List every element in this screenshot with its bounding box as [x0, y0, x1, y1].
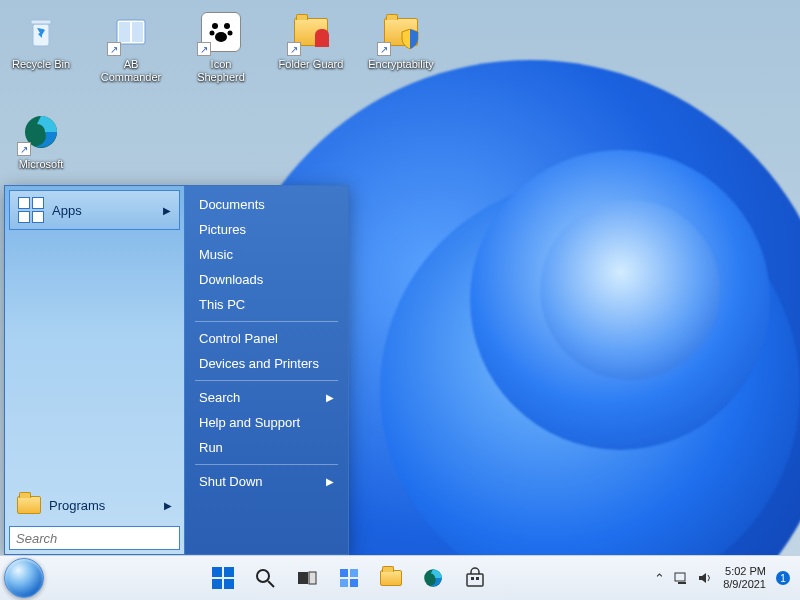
- svg-line-12: [268, 581, 274, 587]
- start-menu-item-this-pc[interactable]: This PC: [185, 292, 348, 317]
- svg-rect-16: [350, 569, 358, 577]
- taskbar-taskview-button[interactable]: [295, 566, 319, 590]
- desktop: Recycle Bin ↗ AB Commander ↗ Icon Shephe…: [0, 0, 800, 600]
- widgets-icon: [338, 567, 360, 589]
- svg-point-6: [224, 23, 230, 29]
- start-menu-item-music[interactable]: Music: [185, 242, 348, 267]
- desktop-icon-recycle-bin[interactable]: Recycle Bin: [6, 8, 76, 83]
- start-menu-item-label: Music: [199, 247, 233, 262]
- menu-separator: [195, 464, 338, 465]
- taskbar-center: [44, 566, 654, 590]
- start-menu-item-label: Search: [199, 390, 240, 405]
- store-icon: [464, 567, 486, 589]
- start-menu-apps[interactable]: Apps ▶: [9, 190, 180, 230]
- shortcut-overlay-icon: ↗: [377, 42, 391, 56]
- taskbar-store-button[interactable]: [463, 566, 487, 590]
- svg-rect-13: [298, 572, 308, 584]
- taskbar-time: 5:02 PM: [723, 565, 766, 578]
- desktop-icon-label: Folder Guard: [279, 58, 344, 71]
- start-menu-item-label: Control Panel: [199, 331, 278, 346]
- start-button[interactable]: [4, 558, 44, 598]
- start-menu-programs[interactable]: Programs ▶: [9, 490, 180, 520]
- start-menu-item-label: Devices and Printers: [199, 356, 319, 371]
- svg-point-8: [228, 31, 233, 36]
- wallpaper-shape: [540, 200, 720, 380]
- svg-rect-4: [132, 22, 143, 42]
- start-menu-item-control-panel[interactable]: Control Panel: [185, 326, 348, 351]
- desktop-icon-edge[interactable]: ↗ Microsoft: [6, 108, 76, 171]
- start-menu-item-downloads[interactable]: Downloads: [185, 267, 348, 292]
- taskbar-date: 8/9/2021: [723, 578, 766, 591]
- desktop-icon-label: AB Commander: [101, 58, 162, 83]
- svg-rect-1: [31, 20, 51, 24]
- start-menu-item-label: Run: [199, 440, 223, 455]
- volume-icon[interactable]: [697, 570, 713, 586]
- svg-rect-20: [467, 574, 483, 586]
- svg-rect-17: [340, 579, 348, 587]
- desktop-icon-icon-shepherd[interactable]: ↗ Icon Shepherd: [186, 8, 256, 83]
- start-menu-item-label: Shut Down: [199, 474, 263, 489]
- desktop-icon-label: Encryptability: [368, 58, 433, 71]
- chevron-right-icon: ▶: [163, 205, 171, 216]
- taskbar-clock[interactable]: 5:02 PM 8/9/2021: [723, 565, 766, 590]
- svg-rect-22: [476, 577, 479, 580]
- start-menu: Apps ▶ Programs ▶ 🔍 DocumentsPicturesMus…: [4, 185, 349, 555]
- svg-rect-14: [309, 572, 316, 584]
- start-menu-item-pictures[interactable]: Pictures: [185, 217, 348, 242]
- svg-point-5: [212, 23, 218, 29]
- desktop-icon-ab-commander[interactable]: ↗ AB Commander: [96, 8, 166, 83]
- svg-rect-21: [471, 577, 474, 580]
- network-icon[interactable]: [673, 570, 689, 586]
- start-menu-item-documents[interactable]: Documents: [185, 192, 348, 217]
- start-menu-item-label: Help and Support: [199, 415, 300, 430]
- start-menu-left-pane: Apps ▶ Programs ▶ 🔍: [5, 186, 185, 554]
- recycle-bin-icon: [21, 12, 61, 52]
- start-menu-item-label: Downloads: [199, 272, 263, 287]
- desktop-icon-label: Recycle Bin: [12, 58, 70, 71]
- desktop-icon-folder-guard[interactable]: ↗ Folder Guard: [276, 8, 346, 83]
- start-menu-apps-label: Apps: [52, 203, 82, 218]
- svg-rect-18: [350, 579, 358, 587]
- system-tray[interactable]: ⌃: [654, 570, 713, 586]
- shortcut-overlay-icon: ↗: [197, 42, 211, 56]
- chevron-right-icon: ▶: [326, 476, 334, 487]
- start-menu-item-run[interactable]: Run: [185, 435, 348, 460]
- apps-grid-icon: [18, 197, 44, 223]
- svg-point-9: [215, 32, 227, 42]
- notification-badge[interactable]: 1: [776, 571, 790, 585]
- menu-separator: [195, 321, 338, 322]
- windows-logo-icon: [212, 567, 234, 589]
- start-menu-item-label: Pictures: [199, 222, 246, 237]
- svg-point-7: [210, 31, 215, 36]
- shortcut-overlay-icon: ↗: [107, 42, 121, 56]
- start-menu-item-help-and-support[interactable]: Help and Support: [185, 410, 348, 435]
- start-menu-search[interactable]: 🔍: [9, 526, 180, 550]
- svg-rect-15: [340, 569, 348, 577]
- start-menu-item-label: Documents: [199, 197, 265, 212]
- start-menu-programs-label: Programs: [49, 498, 105, 513]
- start-menu-item-shut-down[interactable]: Shut Down▶: [185, 469, 348, 494]
- search-input[interactable]: [10, 531, 191, 546]
- start-menu-item-search[interactable]: Search▶: [185, 385, 348, 410]
- svg-rect-23: [675, 573, 685, 581]
- taskbar: ⌃ 5:02 PM 8/9/2021 1: [0, 555, 800, 600]
- taskbar-search-button[interactable]: [253, 566, 277, 590]
- folder-icon: [17, 496, 41, 514]
- start-menu-item-devices-and-printers[interactable]: Devices and Printers: [185, 351, 348, 376]
- desktop-icon-encryptability[interactable]: ↗ Encryptability: [366, 8, 436, 83]
- taskbar-edge-button[interactable]: [421, 566, 445, 590]
- start-menu-item-label: This PC: [199, 297, 245, 312]
- file-explorer-icon: [380, 570, 402, 586]
- search-icon: [254, 567, 276, 589]
- menu-separator: [195, 380, 338, 381]
- taskbar-windows-button[interactable]: [211, 566, 235, 590]
- edge-icon: [422, 567, 444, 589]
- desktop-icon-label: Microsoft: [19, 158, 64, 171]
- shortcut-overlay-icon: ↗: [287, 42, 301, 56]
- shortcut-overlay-icon: ↗: [17, 142, 31, 156]
- start-menu-right-pane: DocumentsPicturesMusicDownloadsThis PCCo…: [185, 186, 348, 554]
- chevron-right-icon: ▶: [164, 500, 172, 511]
- taskbar-widgets-button[interactable]: [337, 566, 361, 590]
- taskbar-explorer-button[interactable]: [379, 566, 403, 590]
- tray-overflow-button[interactable]: ⌃: [654, 571, 665, 586]
